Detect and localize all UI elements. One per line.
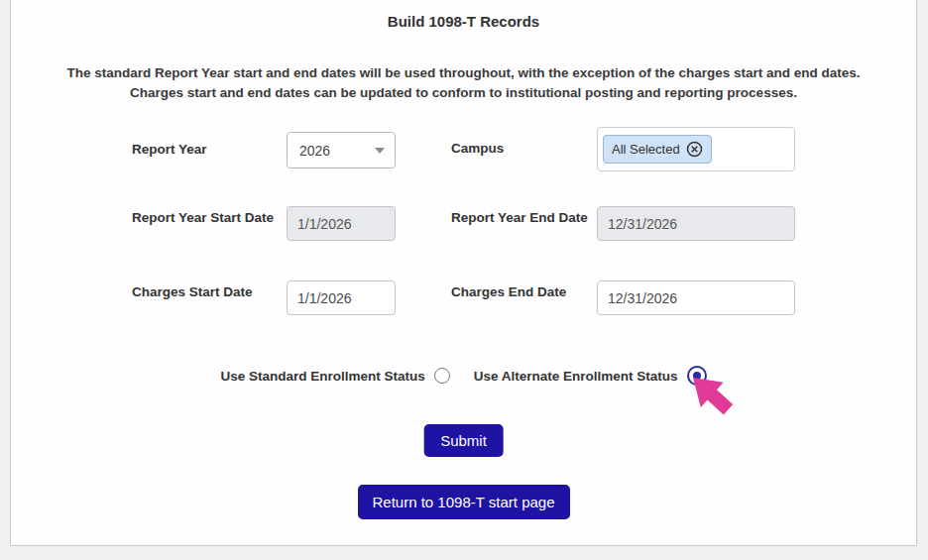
instructions-line-1: The standard Report Year start and end d… xyxy=(31,63,896,83)
instructions-line-2: Charges start and end dates can be updat… xyxy=(31,83,896,103)
submit-button[interactable]: Submit xyxy=(423,424,504,457)
page-title: Build 1098-T Records xyxy=(11,13,916,30)
charges-start-label: Charges Start Date xyxy=(132,285,300,300)
instructions: The standard Report Year start and end d… xyxy=(31,63,896,102)
standard-enrollment-option[interactable]: Use Standard Enrollment Status xyxy=(220,368,449,384)
return-to-start-button[interactable]: Return to 1098-T start page xyxy=(358,485,570,519)
form-panel: Build 1098-T Records The standard Report… xyxy=(10,0,917,546)
campus-multiselect[interactable]: All Selected xyxy=(597,127,795,171)
report-year-start-label: Report Year Start Date xyxy=(132,211,290,226)
standard-enrollment-radio[interactable] xyxy=(434,368,450,384)
report-year-end-input xyxy=(597,206,795,241)
report-year-end-label: Report Year End Date xyxy=(451,211,610,226)
enrollment-status-options: Use Standard Enrollment Status Use Alter… xyxy=(11,366,916,386)
alternate-enrollment-option[interactable]: Use Alternate Enrollment Status xyxy=(474,366,707,386)
report-year-select[interactable]: 2026 xyxy=(287,132,396,168)
charges-start-input[interactable] xyxy=(287,280,396,315)
charges-end-label: Charges End Date xyxy=(451,285,620,300)
report-year-start-input xyxy=(287,206,396,241)
remove-selection-icon[interactable] xyxy=(686,141,703,158)
caret-down-icon xyxy=(375,148,385,154)
report-year-label: Report Year xyxy=(132,143,207,158)
alternate-enrollment-label: Use Alternate Enrollment Status xyxy=(474,369,678,384)
standard-enrollment-label: Use Standard Enrollment Status xyxy=(220,369,424,384)
pink-pointer-arrow-icon xyxy=(691,376,741,421)
campus-label: Campus xyxy=(451,142,504,157)
campus-selected-chip[interactable]: All Selected xyxy=(603,135,712,164)
campus-chip-label: All Selected xyxy=(612,142,680,157)
charges-end-input[interactable] xyxy=(597,280,795,315)
report-year-value: 2026 xyxy=(299,143,330,159)
